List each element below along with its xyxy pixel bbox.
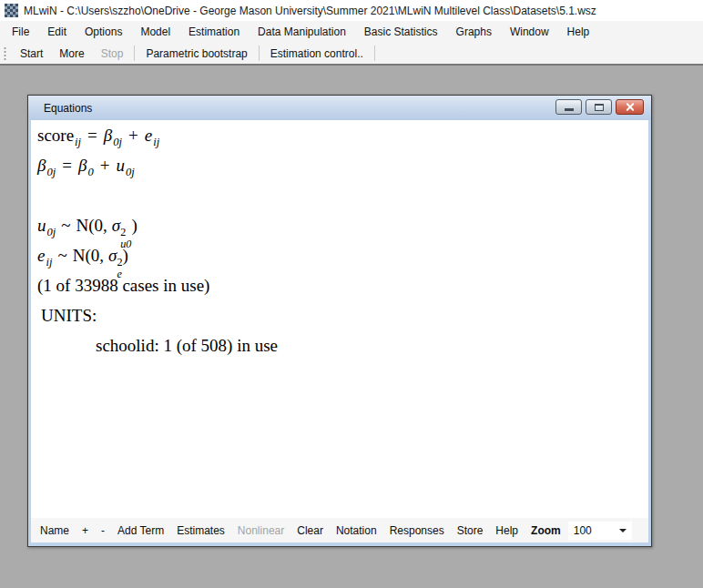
eq-subscript: ij: [153, 136, 159, 148]
equation-spacer: [31, 180, 648, 210]
eq-term: u: [37, 216, 46, 235]
eq-term: β: [104, 126, 112, 145]
eq-subscript: 0j: [126, 166, 135, 178]
app-title: MLwiN - C:\Users\szzho\OneDrive - George…: [24, 5, 596, 17]
eq-operator: +: [100, 156, 110, 175]
menu-window[interactable]: Window: [501, 22, 558, 42]
close-icon: [625, 102, 635, 112]
menu-file[interactable]: File: [3, 22, 38, 42]
equation-line-score[interactable]: scoreij=β0j+eij: [31, 120, 648, 150]
equations-window-title: Equations: [44, 102, 92, 115]
eq-term: e: [37, 246, 45, 265]
app-titlebar: MLwiN - C:\Users\szzho\OneDrive - George…: [0, 0, 703, 21]
toolbar-grip[interactable]: [4, 46, 6, 61]
eq-operator: =: [87, 126, 97, 145]
maximize-button[interactable]: [586, 99, 612, 115]
eq-term: σ: [112, 216, 120, 235]
parametric-bootstrap-button[interactable]: Parametric bootstrap: [138, 44, 255, 64]
eq-subscript: 0j: [47, 226, 56, 238]
add-term-button[interactable]: Add Term: [111, 521, 170, 541]
add-level-button[interactable]: +: [76, 521, 95, 541]
menu-basic-statistics[interactable]: Basic Statistics: [355, 22, 447, 42]
menu-edit[interactable]: Edit: [38, 22, 76, 42]
toolbar-separator: [259, 46, 260, 61]
maximize-icon: [595, 104, 604, 111]
menu-help[interactable]: Help: [558, 22, 599, 42]
estimates-button[interactable]: Estimates: [170, 521, 231, 541]
minimize-icon: [565, 108, 574, 111]
eq-operator: +: [128, 126, 138, 145]
menubar: File Edit Options Model Estimation Data …: [0, 21, 703, 43]
equation-line-u-distribution[interactable]: u0j~N(0,σ2u0): [31, 210, 648, 240]
responses-button[interactable]: Responses: [383, 521, 451, 541]
window-controls: [555, 99, 644, 115]
units-label: UNITS:: [31, 300, 648, 330]
schoolid-text: schoolid: 1 (of 508) in use: [96, 336, 278, 355]
eq-operator: =: [62, 156, 72, 175]
toolbar-separator: [374, 46, 375, 61]
eq-term: e: [145, 126, 152, 145]
minimize-button[interactable]: [555, 99, 582, 115]
eq-term: N(0,: [76, 216, 107, 235]
remove-level-button[interactable]: -: [95, 521, 111, 541]
app-icon[interactable]: [5, 4, 18, 17]
stop-button: Stop: [93, 44, 132, 64]
cases-text: (1 of 33988 cases in use): [37, 276, 209, 295]
close-button[interactable]: [616, 99, 644, 115]
cases-in-use-text: (1 of 33988 cases in use): [31, 270, 648, 300]
equation-line-beta[interactable]: β0j=β0+u0j: [31, 150, 648, 180]
eq-subscript: ij: [75, 136, 81, 148]
notation-button[interactable]: Notation: [330, 521, 383, 541]
chevron-down-icon: [619, 529, 627, 532]
estimation-toolbar: Start More Stop Parametric bootstrap Est…: [0, 43, 703, 66]
eq-subscript: 0j: [46, 166, 56, 178]
equations-content: scoreij=β0j+eij β0j=β0+u0j u0j~N(0,σ2u0)…: [31, 120, 648, 518]
menu-estimation[interactable]: Estimation: [179, 22, 249, 42]
menu-graphs[interactable]: Graphs: [447, 22, 501, 42]
eq-subscript: 0: [87, 166, 93, 178]
zoom-label: Zoom: [525, 521, 565, 541]
more-button[interactable]: More: [51, 44, 92, 64]
menu-model[interactable]: Model: [131, 22, 179, 42]
start-button[interactable]: Start: [12, 44, 51, 64]
eq-term: score: [37, 126, 74, 145]
help-button[interactable]: Help: [489, 521, 525, 541]
equations-window: Equations scoreij=β0j+eij β0j=β0+u0j u0j…: [27, 95, 652, 547]
clear-button[interactable]: Clear: [290, 521, 330, 541]
menu-options[interactable]: Options: [76, 22, 131, 42]
eq-operator: ~: [57, 246, 66, 265]
units-text: UNITS:: [41, 306, 97, 325]
eq-term: ): [131, 216, 137, 235]
equation-line-e-distribution[interactable]: eij~N(0,σ2e): [31, 240, 648, 270]
eq-term: ): [122, 246, 127, 265]
eq-subscript: 0j: [113, 136, 122, 148]
estimation-control-button[interactable]: Estimation control..: [262, 44, 372, 64]
eq-subscript: ij: [46, 256, 52, 269]
eq-term: N(0,: [73, 246, 104, 265]
eq-term: β: [37, 156, 46, 175]
eq-term: β: [78, 156, 87, 175]
store-button[interactable]: Store: [451, 521, 490, 541]
zoom-dropdown[interactable]: 100: [568, 522, 632, 540]
eq-operator: ~: [61, 216, 70, 235]
equations-bottom-toolbar: Name + - Add Term Estimates Nonlinear Cl…: [31, 518, 648, 542]
nonlinear-button: Nonlinear: [231, 521, 290, 541]
name-button[interactable]: Name: [34, 521, 76, 541]
eq-term: σ: [108, 246, 117, 265]
toolbar-separator: [134, 46, 135, 61]
menu-data-manipulation[interactable]: Data Manipulation: [249, 22, 355, 42]
eq-term: u: [116, 156, 125, 175]
schoolid-units-text: schoolid: 1 (of 508) in use: [31, 330, 648, 360]
zoom-value: 100: [574, 524, 592, 537]
